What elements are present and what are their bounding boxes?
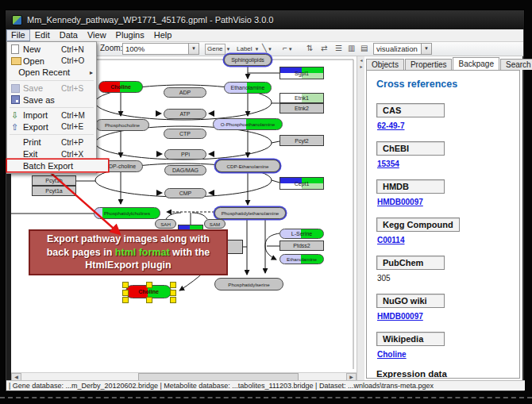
file-menu-item-batch-export[interactable]: Batch Export xyxy=(7,160,108,171)
node-phosphocholine[interactable]: Phosphocholine xyxy=(95,119,149,131)
xref-link[interactable]: HMDB00097 xyxy=(377,312,423,321)
node-cdp-ethanolamine[interactable]: CDP-Ethanolamine xyxy=(215,160,280,172)
node-label: CDP-choline xyxy=(105,164,136,169)
node-label: Choline xyxy=(138,289,159,294)
menu-help[interactable]: Help xyxy=(149,30,177,40)
xref-section: CAS62-49-7 xyxy=(376,102,519,130)
selection-handle[interactable] xyxy=(122,290,129,296)
menu-plugins[interactable]: Plugins xyxy=(111,30,149,40)
node-etnk1[interactable]: Etnk1 xyxy=(279,93,324,103)
node-ethanolamine-2[interactable]: Ethanolamine xyxy=(279,254,324,264)
side-panel: ObjectsPropertiesBackpageSearchLegend Cr… xyxy=(364,56,522,380)
node-ethanolamine[interactable]: Ethanolamine xyxy=(224,82,272,94)
xref-link[interactable]: 62-49-7 xyxy=(377,121,404,130)
node-ppi[interactable]: PPi xyxy=(164,149,206,160)
title-bar[interactable]: Mm_Kennedy_pathway_WP1771_45176.gpml - P… xyxy=(6,10,524,29)
file-menu-item-export[interactable]: ExportCtrl+E xyxy=(7,121,96,133)
node-ctp[interactable]: CTP xyxy=(164,129,206,139)
node-ptdss2[interactable]: Ptdss2 xyxy=(279,240,324,251)
node-atp[interactable]: ATP xyxy=(164,109,206,119)
menu-data[interactable]: Data xyxy=(55,30,83,40)
node-phosphatidylserine[interactable]: Phosphatidylserine xyxy=(214,278,283,290)
file-menu-item-exit[interactable]: ExitCtrl+X xyxy=(7,148,96,160)
node-label: Cept1 xyxy=(295,181,310,187)
xref-link[interactable]: 15354 xyxy=(377,160,399,168)
chevron-down-icon[interactable]: ▼ xyxy=(268,47,272,52)
common-width-icon[interactable]: ▥ xyxy=(348,43,355,54)
node-o-phosphoethanolamine[interactable]: O-Phosphoethanolamine xyxy=(213,118,283,130)
node-cept1[interactable]: Cept1 xyxy=(279,177,324,190)
xref-link[interactable]: C00114 xyxy=(377,236,404,244)
selection-handle[interactable] xyxy=(170,290,176,296)
node-cmp[interactable]: CMP xyxy=(164,188,206,198)
menu-item-label: Print xyxy=(23,137,61,147)
file-menu-item-print[interactable]: PrintCtrl+P xyxy=(7,137,96,148)
file-menu-item-open[interactable]: OpenCtrl+O xyxy=(7,56,96,67)
export-icon xyxy=(11,122,18,132)
stack-icon[interactable]: ▤ xyxy=(360,43,368,54)
menu-edit[interactable]: Edit xyxy=(30,30,55,40)
tab-backpage[interactable]: Backpage xyxy=(453,57,499,70)
node-label: Phosphatidylethanolamine xyxy=(222,210,279,216)
annotation-callout: Export pathway images along with back pa… xyxy=(29,229,228,275)
align-vertical-center-icon[interactable]: ⇅ xyxy=(306,43,313,54)
xref-source-header: CAS xyxy=(376,103,445,117)
selection-handle[interactable] xyxy=(170,297,176,303)
node-pcyt1a[interactable]: Pcyt1a xyxy=(32,186,76,196)
connector-tool-icon[interactable]: ⌐ xyxy=(283,44,287,52)
node-choline[interactable]: Choline xyxy=(98,81,143,93)
align-horizontal-center-icon[interactable]: ⇄ xyxy=(321,43,327,54)
visualization-combobox[interactable]: visualization ▼ xyxy=(373,43,432,55)
chevron-down-icon[interactable]: ▼ xyxy=(188,44,199,54)
menu-view[interactable]: View xyxy=(83,30,111,40)
file-menu-item-open-recent[interactable]: Open Recent▸ xyxy=(7,67,96,79)
status-bar: | Gene database: ...m_Derby_20120602.bri… xyxy=(6,380,525,391)
menu-file[interactable]: File xyxy=(6,29,30,41)
tab-search[interactable]: Search xyxy=(500,59,532,70)
gene-datanode-tool[interactable]: Gene xyxy=(205,44,226,55)
node-sah[interactable]: SAH xyxy=(155,219,176,229)
file-menu-item-new[interactable]: NewCtrl+N xyxy=(7,44,96,56)
node-sam[interactable]: SAM xyxy=(204,219,226,229)
node-label: SAM xyxy=(210,221,220,227)
import-icon xyxy=(11,110,18,120)
label-tool[interactable]: Label xyxy=(235,44,254,54)
node-pcyt2[interactable]: Pcyt2 xyxy=(279,135,324,146)
common-height-icon[interactable]: ☰ xyxy=(335,43,342,54)
node-label: O-Phosphoethanolamine xyxy=(221,121,275,127)
xref-link[interactable]: HMDB00097 xyxy=(377,198,423,206)
menu-item-label: Batch Export xyxy=(23,161,73,171)
menu-item-label: New xyxy=(23,44,61,54)
chevron-down-icon[interactable]: ▼ xyxy=(288,47,293,52)
selection-handle[interactable] xyxy=(122,297,129,303)
node-dag-mag[interactable]: DAG/MAG xyxy=(164,165,206,175)
node-phosphatidylcholines[interactable]: Phosphatidylcholines xyxy=(94,207,160,219)
chevron-down-icon[interactable]: ▼ xyxy=(255,47,260,52)
chevron-down-icon[interactable]: ▼ xyxy=(226,47,231,52)
tab-objects[interactable]: Objects xyxy=(366,59,404,70)
xref-section: ChEBI15354 xyxy=(376,140,519,168)
node-adp[interactable]: ADP xyxy=(164,87,206,98)
node-phosphatidylethanolamine[interactable]: Phosphatidylethanolamine xyxy=(214,207,286,219)
xref-value: 305 xyxy=(377,274,391,283)
menu-item-shortcut: Ctrl+P xyxy=(61,138,93,147)
selection-handle[interactable] xyxy=(122,282,129,288)
file-menu-item-save-as[interactable]: Save as xyxy=(7,94,96,106)
file-menu-item-import[interactable]: ImportCtrl+M xyxy=(7,110,96,121)
xref-link[interactable]: Choline xyxy=(377,350,407,359)
selection-handle[interactable] xyxy=(170,282,176,288)
zoom-combobox[interactable]: 100% ▼ xyxy=(122,43,199,55)
node-sgpl1[interactable]: Sgpl1 xyxy=(279,67,324,79)
node-etnk2[interactable]: Etnk2 xyxy=(279,103,324,114)
selection-handle[interactable] xyxy=(146,282,152,288)
node-label: SAH xyxy=(160,221,171,227)
node-pcyt1b[interactable]: Pcyt1b xyxy=(32,175,76,186)
node-l-serine[interactable]: L-Serine xyxy=(279,229,324,239)
chevron-down-icon[interactable]: ▼ xyxy=(421,44,431,54)
node-sphingolipids[interactable]: Sphingolipids xyxy=(224,54,272,66)
node-label: Phosphatidylserine xyxy=(228,282,269,287)
line-tool-icon[interactable]: ╲ xyxy=(262,44,267,52)
menu-item-label: Save as xyxy=(23,95,61,105)
tab-properties[interactable]: Properties xyxy=(405,59,453,70)
selection-handle[interactable] xyxy=(146,297,152,303)
